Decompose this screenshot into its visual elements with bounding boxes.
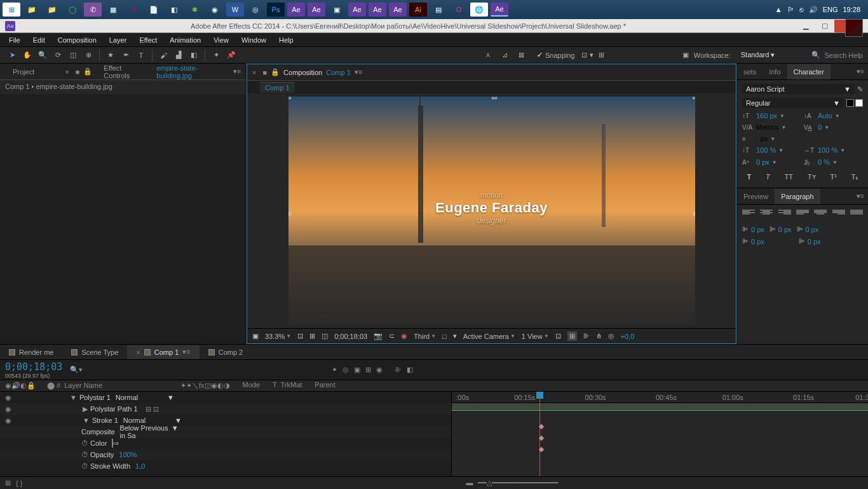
panel-menu-icon[interactable]: ▾≡ (857, 192, 868, 200)
tab-close-icon[interactable]: × (65, 68, 69, 76)
hand-tool[interactable]: ✋ (20, 49, 34, 62)
start-button[interactable]: ⊞ (3, 3, 20, 17)
composite-dropdown[interactable]: Below Previous in Sa▼ (120, 424, 184, 439)
viewer-icon[interactable]: ◫ (322, 332, 328, 340)
menu-effect[interactable]: Effect (133, 34, 163, 46)
menu-view[interactable]: View (207, 34, 235, 46)
baseline-value[interactable]: 0 px (756, 158, 770, 166)
taskbar-app[interactable]: 📄 (145, 3, 163, 17)
menu-layer[interactable]: Layer (103, 34, 133, 46)
col-mode[interactable]: Mode (243, 381, 261, 390)
timeline-icon[interactable]: ✦ (332, 366, 337, 374)
viewer-icon[interactable]: ⊪ (583, 332, 590, 340)
taskbar-app[interactable]: 📁 (43, 3, 61, 17)
visibility-toggle[interactable]: ◉ (5, 417, 14, 425)
comp-breadcrumb[interactable]: Comp 1 (260, 82, 295, 93)
timeline-tab-render[interactable]: Render me (0, 346, 62, 359)
taskbar-app[interactable]: Ai (409, 3, 427, 17)
timeline-tab-scene[interactable]: Scene Type (62, 346, 127, 359)
viewer-icon[interactable]: ⊞ (567, 331, 577, 341)
character-tab[interactable]: Character (787, 64, 831, 79)
col-switches-icons[interactable]: ✦✦＼fx◫◉◐◑ (180, 381, 230, 390)
paragraph-tab[interactable]: Paragraph (775, 189, 820, 204)
tray-clock[interactable]: 19:28 (843, 6, 860, 13)
viewer-icon[interactable]: ⊞ (309, 332, 315, 340)
selection-tool[interactable]: ➤ (5, 49, 19, 62)
col-label-icon[interactable]: ⬤ # (47, 382, 60, 390)
pan-behind-tool[interactable]: ⊕ (81, 49, 95, 62)
type-tool[interactable]: T (134, 49, 148, 62)
taskbar-app[interactable]: ◧ (165, 3, 183, 17)
composition-viewer[interactable]: motion Eugene Faraday designer (247, 93, 736, 328)
indent-first-value[interactable]: 0 px (778, 226, 792, 233)
playhead[interactable] (539, 392, 540, 476)
tab-close-icon[interactable]: × (252, 69, 256, 76)
workspace-icon[interactable]: ▣ (682, 51, 689, 59)
toggle-switches-icon[interactable]: { } (16, 479, 22, 487)
info-tab[interactable]: Info (763, 64, 787, 79)
taskbar-app[interactable]: ◎ (247, 3, 264, 17)
color-boxes[interactable] (846, 99, 863, 107)
taskbar-app[interactable]: ✱ (186, 3, 203, 17)
snapshot-icon[interactable]: 📷 (374, 332, 383, 340)
font-size-value[interactable]: 160 px (756, 112, 777, 120)
layer-name[interactable]: Polystar 1 (79, 394, 111, 401)
align-right-button[interactable] (778, 210, 791, 220)
menu-composition[interactable]: Composition (51, 34, 103, 46)
indent-left-value[interactable]: 0 px (751, 226, 764, 233)
zoom-tool[interactable]: 🔍 (36, 49, 50, 62)
menu-edit[interactable]: Edit (27, 34, 51, 46)
menu-animation[interactable]: Animation (163, 34, 207, 46)
taskbar-app[interactable]: ▤ (430, 3, 447, 17)
menu-window[interactable]: Window (235, 34, 273, 46)
toggle-switches-icon[interactable]: ⊞ (5, 479, 11, 487)
col-trkmat[interactable]: T TrkMat (273, 381, 302, 390)
time-ruler[interactable]: :00s 00:15s 00:30s 00:45s 01:00s 01:15s … (452, 392, 868, 403)
tab-square-icon[interactable]: ■ (76, 68, 80, 76)
viewer-icon[interactable]: ▾ (453, 332, 457, 340)
tray-icon[interactable]: ⎋ (799, 6, 804, 13)
zoom-out-icon[interactable]: ▬ (466, 479, 473, 487)
viewer-icon[interactable]: ⊡ (297, 332, 303, 340)
col-parent[interactable]: Parent (315, 381, 335, 390)
current-timecode[interactable]: 0;00;18;03 (5, 361, 62, 373)
eraser-tool[interactable]: ◧ (187, 49, 201, 62)
tab-lock-icon[interactable]: 🔒 (271, 68, 280, 76)
viewer-icon[interactable]: ⋔ (596, 332, 602, 340)
twirl-icon[interactable]: ▼ (70, 394, 77, 401)
puppet-tool[interactable]: 📌 (224, 49, 238, 62)
menu-help[interactable]: Help (273, 34, 300, 46)
maximize-button[interactable]: ▢ (815, 20, 834, 32)
taskbar-app-active[interactable]: Ae (491, 3, 508, 17)
taskbar-app[interactable]: Ps (267, 3, 285, 17)
blend-mode-dropdown[interactable]: Normal▼ (123, 417, 187, 424)
tray-language[interactable]: ENG (823, 6, 838, 13)
taskbar-app[interactable]: Ae (348, 3, 366, 17)
axis-icon[interactable]: ⊠ (514, 49, 528, 62)
twirl-icon[interactable]: ▼ (83, 417, 90, 424)
opacity-value[interactable]: 100% (119, 451, 137, 458)
vscale-value[interactable]: 100 % (756, 146, 776, 154)
justify-all-button[interactable] (850, 210, 863, 220)
composition-tab-label[interactable]: Composition (283, 69, 322, 76)
align-left-button[interactable] (742, 210, 755, 220)
justify-left-button[interactable] (796, 210, 809, 220)
menu-file[interactable]: File (3, 34, 27, 46)
brush-tool[interactable]: 🖌 (156, 49, 170, 62)
resolution-icon[interactable]: ▣ (252, 332, 259, 340)
font-style-dropdown[interactable]: Regular▼ (742, 98, 844, 108)
visibility-toggle[interactable]: ◉ (5, 394, 14, 402)
small-caps-button[interactable]: Tᴛ (808, 173, 816, 181)
viewer-icon[interactable]: □ (442, 333, 447, 340)
taskbar-app[interactable]: ▦ (104, 3, 122, 17)
taskbar-app[interactable]: Ae (287, 3, 305, 17)
preview-tab[interactable]: Preview (737, 189, 775, 204)
color-value[interactable]: ⇨ (112, 439, 119, 448)
camera-dropdown[interactable]: Active Camera▼ (463, 333, 515, 340)
stopwatch-icon[interactable]: ⏱ (81, 451, 88, 458)
timeline-icon[interactable]: ◧ (407, 366, 413, 374)
timeline-icon[interactable]: ◉ (376, 366, 383, 374)
timeline-icon[interactable]: ⊪ (395, 366, 402, 374)
blend-mode-dropdown[interactable]: Normal▼ (116, 394, 179, 401)
effect-controls-item[interactable]: empire-state-building.jpg (156, 64, 225, 79)
